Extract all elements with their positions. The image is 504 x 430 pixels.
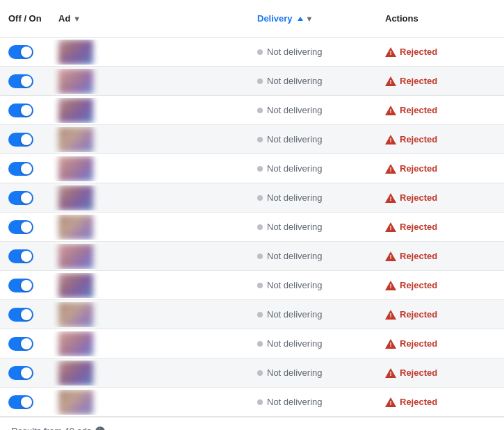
warning-triangle-icon: !	[385, 251, 396, 261]
rejected-label: Rejected	[400, 134, 437, 144]
actions-cell: !Rejected	[377, 47, 504, 57]
rejected-label: Rejected	[400, 338, 437, 349]
warning-exclamation: !	[390, 166, 392, 173]
ad-cell	[53, 390, 252, 415]
rejected-badge[interactable]: !Rejected	[385, 367, 437, 378]
rejected-label: Rejected	[400, 397, 437, 407]
ad-thumbnail	[58, 302, 93, 327]
actions-cell: !Rejected	[377, 222, 504, 232]
actions-cell: !Rejected	[377, 397, 504, 407]
ad-thumbnail	[58, 156, 93, 181]
toggle-switch[interactable]	[8, 337, 33, 351]
warning-triangle-icon: !	[385, 310, 396, 320]
delivery-status-dot	[257, 137, 263, 142]
table-row: Not delivering!Rejected	[0, 329, 504, 358]
toggle-knob	[21, 134, 32, 145]
delivery-status-dot	[257, 108, 263, 113]
rejected-badge[interactable]: !Rejected	[385, 134, 437, 144]
table-row: Not delivering!Rejected	[0, 300, 504, 329]
delivery-col-dropdown[interactable]: ▼	[306, 15, 314, 23]
delivery-status-text: Not delivering	[267, 222, 323, 232]
rejected-badge[interactable]: !Rejected	[385, 251, 437, 261]
rejected-badge[interactable]: !Rejected	[385, 47, 437, 57]
rejected-badge[interactable]: !Rejected	[385, 105, 437, 115]
results-info-icon[interactable]: i	[95, 427, 105, 431]
rejected-badge[interactable]: !Rejected	[385, 222, 437, 232]
warning-exclamation: !	[390, 78, 392, 85]
toggle-switch[interactable]	[8, 74, 33, 88]
ad-label: Ad	[58, 13, 70, 24]
toggle-knob	[21, 47, 32, 58]
toggle-knob	[21, 192, 32, 204]
col-header-delivery[interactable]: Delivery ▼	[252, 13, 377, 24]
col-header-actions: Actions	[377, 13, 504, 24]
ad-cell	[53, 361, 252, 386]
toggle-wrapper	[0, 162, 53, 176]
ad-thumbnail	[58, 273, 93, 298]
toggle-switch[interactable]	[8, 395, 33, 409]
warning-triangle-icon: !	[385, 164, 396, 174]
delivery-status-dot	[257, 195, 263, 201]
rejected-badge[interactable]: !Rejected	[385, 338, 437, 349]
toggle-switch[interactable]	[8, 220, 33, 234]
delivery-status-text: Not delivering	[267, 105, 323, 115]
rejected-badge[interactable]: !Rejected	[385, 163, 437, 174]
table-row: Not delivering!Rejected	[0, 242, 504, 271]
delivery-status-dot	[257, 370, 263, 376]
toggle-switch[interactable]	[8, 162, 33, 176]
toggle-wrapper	[0, 337, 53, 351]
toggle-switch[interactable]	[8, 104, 33, 117]
rejected-badge[interactable]: !Rejected	[385, 309, 437, 320]
actions-cell: !Rejected	[377, 105, 504, 115]
delivery-status-text: Not delivering	[267, 338, 323, 349]
delivery-cell: Not delivering	[252, 367, 377, 378]
actions-cell: !Rejected	[377, 309, 504, 320]
delivery-status-text: Not delivering	[267, 47, 323, 57]
warning-exclamation: !	[390, 195, 392, 202]
toggle-switch[interactable]	[8, 279, 33, 292]
toggle-wrapper	[0, 395, 53, 409]
actions-cell: !Rejected	[377, 367, 504, 378]
delivery-status-text: Not delivering	[267, 163, 323, 174]
rejected-badge[interactable]: !Rejected	[385, 397, 437, 407]
toggle-knob	[21, 105, 32, 116]
table-row: Not delivering!Rejected	[0, 154, 504, 183]
delivery-status-dot	[257, 49, 263, 55]
rejected-label: Rejected	[400, 47, 437, 57]
toggle-switch[interactable]	[8, 249, 33, 263]
ad-col-dropdown[interactable]: ▼	[73, 15, 81, 23]
rejected-badge[interactable]: !Rejected	[385, 76, 437, 86]
delivery-status-dot	[257, 166, 263, 172]
delivery-cell: Not delivering	[252, 338, 377, 349]
toggle-switch[interactable]	[8, 191, 33, 205]
warning-exclamation: !	[390, 137, 392, 144]
ad-thumbnail	[58, 127, 93, 152]
rejected-badge[interactable]: !Rejected	[385, 192, 437, 203]
ad-cell	[53, 156, 252, 181]
rejected-badge[interactable]: !Rejected	[385, 280, 437, 290]
sort-ascending-icon	[298, 17, 303, 21]
toggle-switch[interactable]	[8, 133, 33, 147]
toggle-switch[interactable]	[8, 366, 33, 380]
ad-thumbnail	[58, 331, 93, 356]
rejected-label: Rejected	[400, 222, 437, 232]
warning-triangle-icon: !	[385, 106, 396, 115]
delivery-cell: Not delivering	[252, 309, 377, 320]
delivery-status-text: Not delivering	[267, 280, 323, 290]
warning-exclamation: !	[390, 399, 392, 406]
warning-triangle-icon: !	[385, 135, 396, 144]
toggle-switch[interactable]	[8, 308, 33, 322]
ad-cell	[53, 127, 252, 152]
ad-cell	[53, 302, 252, 327]
delivery-cell: Not delivering	[252, 280, 377, 290]
delivery-cell: Not delivering	[252, 47, 377, 57]
warning-triangle-icon: !	[385, 47, 396, 57]
delivery-cell: Not delivering	[252, 134, 377, 144]
table-row: Not delivering!Rejected	[0, 388, 504, 417]
rejected-label: Rejected	[400, 280, 437, 290]
toggle-knob	[21, 309, 32, 320]
toggle-switch[interactable]	[8, 45, 33, 59]
rejected-label: Rejected	[400, 309, 437, 320]
delivery-status-dot	[257, 312, 263, 317]
actions-cell: !Rejected	[377, 76, 504, 86]
